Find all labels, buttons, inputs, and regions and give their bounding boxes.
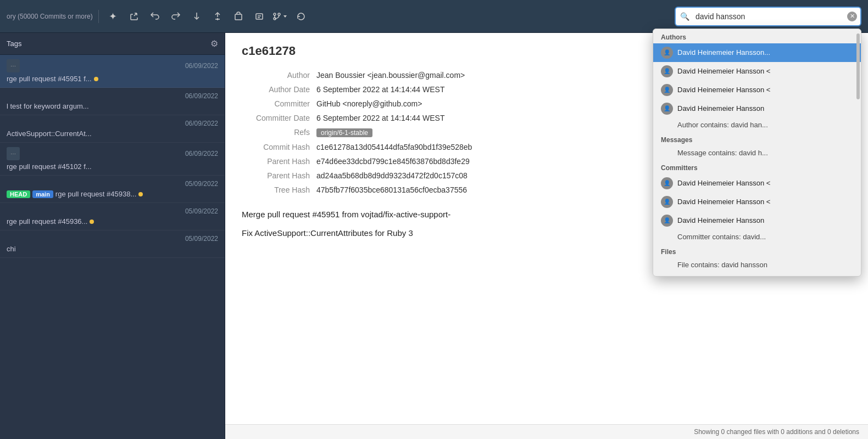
search-dropdown: Authors 👤 David Heinemeier Hansson... 👤 …	[653, 29, 861, 277]
author-contains-item[interactable]: Author contains: david han...	[653, 118, 861, 132]
author-label: Author	[242, 68, 313, 82]
author-item-0[interactable]: 👤 David Heinemeier Hansson...	[653, 43, 861, 62]
commit-date-6: 05/09/2022	[185, 235, 218, 243]
svg-rect-4	[235, 14, 242, 20]
search-clear-button[interactable]: ✕	[847, 12, 857, 21]
dropdown-scrollbar[interactable]	[856, 29, 860, 276]
commit-msg-2: ActiveSupport::CurrentAt...	[7, 130, 218, 138]
commit-msg-5: rge pull request #45936...	[7, 217, 218, 226]
fetch-icon[interactable]	[146, 8, 164, 25]
ref-badge: origin/6-1-stable	[316, 128, 372, 137]
commit-item-2[interactable]: 06/09/2022 ActiveSupport::CurrentAt...	[0, 115, 225, 143]
authors-section-header: Authors	[653, 29, 861, 43]
svg-point-8	[274, 13, 276, 15]
search-container: 🔍 ✕ Authors 👤 David Heinemeier Hansson..…	[675, 7, 861, 26]
commit-msg-6: chi	[7, 245, 218, 253]
message-contains-item[interactable]: Message contains: david h...	[653, 146, 861, 160]
committer-item-0[interactable]: 👤 David Heinemeier Hansson <	[653, 174, 861, 193]
toolbar: ory (50000 Commits or more) ✦ 🔍 ✕ Author…	[0, 0, 868, 33]
committer-avatar-2: 👤	[661, 215, 673, 227]
avatar-3: 👤	[661, 103, 673, 115]
status-text: Showing 0 changed files with 0 additions…	[694, 428, 859, 436]
dot-5	[90, 219, 94, 224]
author-name-3: David Heinemeier Hansson	[677, 104, 853, 112]
author-name-0: David Heinemeier Hansson...	[677, 48, 853, 57]
commit-date-1: 06/09/2022	[185, 92, 218, 100]
commit-item-5[interactable]: 05/09/2022 rge pull request #45936...	[0, 203, 225, 230]
commit-item-1[interactable]: 06/09/2022 l test for keyword argum...	[0, 88, 225, 115]
sidebar-title: Tags	[7, 40, 21, 48]
filter-icon[interactable]: ⚙	[210, 38, 218, 49]
commit-date-0: 06/09/2022	[185, 62, 218, 70]
committer-item-1[interactable]: 👤 David Heinemeier Hansson <	[653, 193, 861, 211]
committer-name-1: David Heinemeier Hansson <	[677, 198, 853, 206]
stash-icon[interactable]	[209, 8, 226, 25]
branch-icon[interactable]	[271, 8, 289, 25]
commit-msg-3: rge pull request #45102 f...	[7, 162, 218, 171]
parent-hash-label-1: Parent Hash	[242, 154, 313, 168]
author-name-1: David Heinemeier Hansson <	[677, 67, 853, 75]
author-item-1[interactable]: 👤 David Heinemeier Hansson <	[653, 62, 861, 81]
status-bar: Showing 0 changed files with 0 additions…	[225, 424, 868, 439]
apply-icon[interactable]	[251, 8, 268, 25]
svg-point-9	[278, 13, 280, 15]
commit-hash-label: Commit Hash	[242, 140, 313, 154]
scrollbar-thumb	[856, 33, 860, 99]
avatar-2: 👤	[661, 84, 673, 96]
commit-date-5: 05/09/2022	[185, 207, 218, 215]
pull-icon[interactable]	[188, 8, 205, 25]
committer-name-2: David Heinemeier Hansson	[677, 216, 853, 224]
commit-date-4: 05/09/2022	[185, 180, 218, 188]
commit-date-3: 06/09/2022	[185, 150, 218, 157]
committer-item-2[interactable]: 👤 David Heinemeier Hansson	[653, 211, 861, 230]
avatar-1: 👤	[661, 65, 673, 77]
refs-label: Refs	[242, 125, 313, 140]
committer-avatar-1: 👤	[661, 196, 673, 208]
dropdown-inner: Authors 👤 David Heinemeier Hansson... 👤 …	[653, 29, 861, 276]
sidebar: Tags ⚙ ⋯ 06/09/2022 rge pull request #45…	[0, 33, 225, 439]
parent-hash-label-2: Parent Hash	[242, 168, 313, 183]
committer-label: Committer	[242, 97, 313, 111]
share-icon[interactable]	[125, 8, 143, 25]
refresh-icon[interactable]	[292, 8, 310, 25]
svg-rect-5	[256, 14, 263, 19]
graph-icon-0: ⋯	[7, 59, 20, 72]
sidebar-header: Tags ⚙	[0, 33, 225, 55]
committer-avatar-0: 👤	[661, 177, 673, 189]
graph-icon-3: ⋯	[7, 147, 20, 160]
commit-item-0[interactable]: ⋯ 06/09/2022 rge pull request #45951 f..…	[0, 55, 225, 88]
files-section-header: Files	[653, 244, 861, 258]
search-input[interactable]	[675, 7, 861, 26]
committer-date-label: Committer Date	[242, 111, 313, 125]
toolbar-repo-label: ory (50000 Commits or more)	[7, 13, 93, 20]
stash2-icon[interactable]	[230, 8, 247, 25]
commit-item-3[interactable]: ⋯ 06/09/2022 rge pull request #45102 f..…	[0, 143, 225, 176]
avatar-0: 👤	[661, 47, 673, 59]
commit-list: ⋯ 06/09/2022 rge pull request #45951 f..…	[0, 55, 225, 439]
commit-date-2: 06/09/2022	[185, 120, 218, 127]
dot-4	[138, 192, 143, 196]
committer-contains-item[interactable]: Committer contains: david...	[653, 230, 861, 244]
commit-item-4[interactable]: 05/09/2022 HEAD main rge pull request #4…	[0, 176, 225, 203]
push-icon[interactable]	[167, 8, 185, 25]
committer-name-0: David Heinemeier Hansson <	[677, 179, 853, 187]
badge-head: HEAD	[7, 190, 30, 198]
toolbar-separator-1	[98, 10, 99, 23]
commit-msg-4: HEAD main rge pull request #45938...	[7, 190, 218, 198]
commit-msg-0: rge pull request #45951 f...	[7, 75, 218, 83]
messages-section-header: Messages	[653, 132, 861, 146]
dot-0	[94, 77, 98, 81]
magic-icon[interactable]: ✦	[104, 8, 122, 25]
badge-main: main	[32, 190, 53, 198]
search-icon: 🔍	[680, 12, 689, 21]
author-item-2[interactable]: 👤 David Heinemeier Hansson <	[653, 81, 861, 99]
file-contains-item[interactable]: File contains: david hansson	[653, 258, 861, 272]
author-item-3[interactable]: 👤 David Heinemeier Hansson	[653, 99, 861, 118]
author-date-label: Author Date	[242, 82, 313, 97]
author-name-2: David Heinemeier Hansson <	[677, 86, 853, 94]
commit-msg-1: l test for keyword argum...	[7, 102, 218, 110]
committers-section-header: Committers	[653, 160, 861, 174]
commit-item-6[interactable]: 05/09/2022 chi	[0, 230, 225, 258]
tree-hash-label: Tree Hash	[242, 183, 313, 197]
